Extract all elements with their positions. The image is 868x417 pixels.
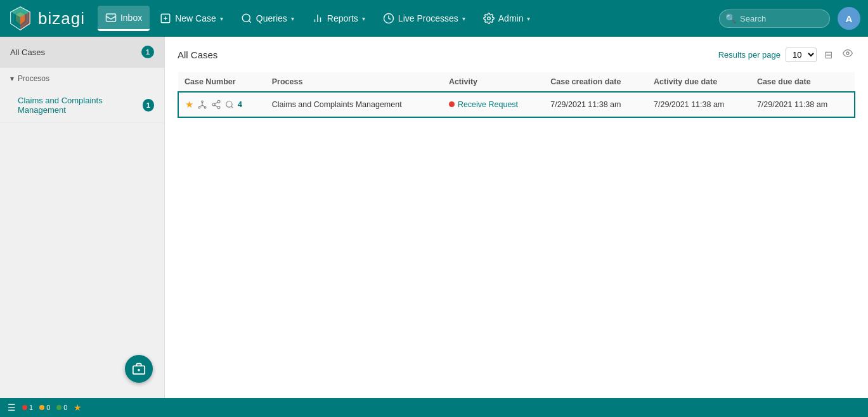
nav-new-case-label: New Case	[175, 13, 216, 23]
activity-cell: Receive Request	[443, 92, 544, 117]
brand-name: bizagi	[38, 9, 85, 29]
yellow-count: 0	[46, 404, 50, 411]
all-cases-badge: 1	[141, 46, 154, 58]
svg-point-20	[846, 52, 849, 55]
sidebar: All Cases 1 ▾ Procesos Claims and Compla…	[0, 37, 165, 398]
results-per-page-select[interactable]: 10 20 50	[786, 48, 817, 62]
menu-icon[interactable]: ☰	[8, 402, 16, 413]
svg-point-10	[242, 14, 250, 22]
sidebar-item-claims[interactable]: Claims and Complaints Management 1	[0, 88, 164, 123]
process-cell: Claims and Complaints Management	[266, 92, 443, 117]
yellow-badge: 0	[39, 404, 50, 411]
nav-admin[interactable]: Admin ▾	[476, 6, 538, 31]
logo-area[interactable]: bizagi	[8, 6, 85, 31]
search-input[interactable]	[719, 10, 830, 28]
activity-due-date-cell: 7/29/2021 11:38 am	[647, 92, 751, 117]
procesos-label: Procesos	[18, 74, 49, 83]
svg-point-16	[488, 17, 491, 20]
table-row[interactable]: ★ 4 Claims and Complaints ManagementRece…	[178, 92, 855, 117]
nav-inbox[interactable]: Inbox	[98, 6, 150, 31]
content-header: All Cases Results per page 10 20 50 ⊟	[178, 47, 855, 62]
svg-line-26	[202, 105, 205, 106]
star-bottom-icon[interactable]: ★	[74, 402, 82, 413]
inbox-icon	[105, 12, 117, 23]
star-icon[interactable]: ★	[185, 99, 193, 110]
all-cases-label: All Cases	[10, 48, 45, 57]
briefcase-icon	[132, 362, 146, 376]
results-per-page-label: Results per page	[718, 50, 781, 60]
case-number-link[interactable]: 4	[238, 100, 242, 109]
results-controls: Results per page 10 20 50 ⊟	[718, 47, 855, 62]
row-actions: ★ 4	[185, 99, 259, 110]
table-header-row: Case Number Process Activity Case creati…	[178, 72, 855, 92]
nav-reports-label: Reports	[327, 13, 358, 23]
cases-table: Case Number Process Activity Case creati…	[178, 72, 855, 118]
col-process: Process	[266, 72, 443, 92]
queries-chevron-icon: ▾	[291, 15, 294, 22]
sidebar-item-all-cases[interactable]: All Cases 1	[0, 37, 164, 68]
nav-queries[interactable]: Queries ▾	[233, 6, 302, 31]
col-case-creation-date: Case creation date	[544, 72, 647, 92]
cases-table-container: Case Number Process Activity Case creati…	[178, 72, 855, 118]
svg-line-25	[199, 105, 202, 106]
reports-icon	[312, 13, 323, 24]
nav-queries-label: Queries	[256, 13, 287, 23]
svg-point-23	[204, 106, 206, 108]
svg-point-28	[212, 103, 215, 106]
queries-icon	[241, 13, 252, 24]
svg-line-33	[231, 106, 233, 108]
nav-live-processes[interactable]: Live Processes ▾	[375, 6, 473, 31]
claims-badge: 1	[143, 99, 154, 112]
yellow-dot-icon	[39, 405, 44, 410]
top-navigation: bizagi Inbox New Case ▾ Queries ▾ Report…	[0, 0, 868, 37]
activity-status-dot	[449, 101, 455, 107]
svg-point-22	[198, 106, 200, 108]
admin-icon	[483, 13, 495, 24]
liveprocesses-icon	[383, 13, 394, 24]
share-icon[interactable]	[211, 99, 221, 110]
search-row-icon[interactable]	[225, 100, 234, 109]
newcase-icon	[160, 13, 171, 24]
tree-icon[interactable]	[197, 99, 207, 110]
svg-line-31	[215, 102, 218, 104]
chevron-down-icon: ▾	[10, 74, 14, 83]
admin-chevron-icon: ▾	[527, 15, 530, 22]
page-title: All Cases	[178, 49, 217, 60]
case-number-cell: ★ 4	[178, 92, 266, 117]
col-activity-due-date: Activity due date	[647, 72, 751, 92]
live-processes-chevron-icon: ▾	[462, 15, 465, 22]
nav-inbox-label: Inbox	[120, 13, 142, 23]
red-count: 1	[29, 404, 33, 411]
case-due-date-cell: 7/29/2021 11:38 am	[751, 92, 855, 117]
svg-line-30	[215, 105, 218, 107]
red-badge: 1	[22, 404, 33, 411]
main-content: All Cases Results per page 10 20 50 ⊟ Ca…	[165, 37, 868, 398]
red-dot-icon	[22, 405, 27, 410]
svg-line-11	[249, 20, 250, 22]
nav-admin-label: Admin	[498, 13, 524, 23]
user-avatar[interactable]: A	[838, 7, 860, 30]
green-dot-icon	[56, 405, 62, 410]
filter-icon[interactable]: ⊟	[822, 48, 835, 62]
nav-new-case[interactable]: New Case ▾	[152, 6, 231, 31]
svg-rect-6	[106, 14, 115, 22]
reports-chevron-icon: ▾	[362, 15, 365, 22]
search-wrapper: 🔍	[719, 10, 830, 28]
new-case-chevron-icon: ▾	[220, 15, 223, 22]
bizagi-logo-icon	[8, 6, 33, 31]
nav-reports[interactable]: Reports ▾	[304, 6, 373, 31]
nav-live-processes-label: Live Processes	[398, 13, 458, 23]
sidebar-section-procesos[interactable]: ▾ Procesos	[0, 68, 164, 88]
col-case-due-date: Case due date	[751, 72, 855, 92]
sidebar-fab-button[interactable]	[125, 355, 153, 383]
svg-point-32	[226, 101, 232, 107]
svg-point-21	[202, 101, 204, 103]
green-badge: 0	[56, 404, 67, 411]
case-creation-date-cell: 7/29/2021 11:38 am	[544, 92, 647, 117]
col-activity: Activity	[443, 72, 544, 92]
svg-point-29	[217, 106, 220, 109]
green-count: 0	[63, 404, 67, 411]
activity-link[interactable]: Receive Request	[458, 100, 518, 109]
eye-icon[interactable]	[840, 47, 855, 62]
col-case-number: Case Number	[178, 72, 266, 92]
